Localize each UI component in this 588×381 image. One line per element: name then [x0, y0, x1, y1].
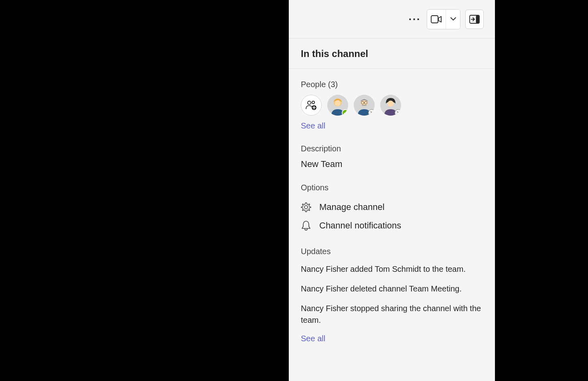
updates-section: Updates Nancy Fisher added Tom Schmidt t… [301, 247, 483, 343]
option-label: Manage channel [319, 202, 385, 212]
avatar[interactable] [354, 95, 375, 116]
chevron-down-icon [450, 17, 456, 21]
manage-channel-option[interactable]: Manage channel [301, 198, 483, 216]
people-section: People (3) [301, 80, 483, 130]
description-label: Description [301, 144, 483, 153]
video-icon [431, 15, 442, 23]
see-all-updates-link[interactable]: See all [301, 334, 483, 343]
channel-info-panel: ··· In this channel [289, 0, 495, 381]
svg-point-4 [312, 101, 314, 104]
more-options-button[interactable]: ··· [408, 12, 422, 26]
open-pane-button[interactable] [465, 10, 484, 29]
presence-offline-icon [395, 109, 401, 116]
update-item: Nancy Fisher deleted channel Team Meetin… [301, 283, 483, 295]
avatar[interactable] [380, 95, 401, 116]
people-label: People (3) [301, 80, 483, 89]
panel-header: In this channel [289, 39, 495, 69]
svg-rect-2 [476, 16, 479, 23]
update-item: Nancy Fisher added Tom Schmidt to the te… [301, 263, 483, 275]
svg-point-15 [388, 101, 394, 107]
avatar[interactable] [327, 95, 348, 116]
bell-icon [301, 220, 311, 231]
presence-available-icon [342, 109, 348, 116]
svg-point-16 [304, 206, 308, 209]
channel-notifications-option[interactable]: Channel notifications [301, 216, 483, 235]
see-all-people-link[interactable]: See all [301, 121, 483, 130]
options-label: Options [301, 183, 483, 192]
open-pane-icon [469, 15, 480, 24]
meet-video-button[interactable] [427, 10, 446, 29]
add-people-button[interactable] [301, 95, 322, 116]
svg-rect-13 [362, 105, 367, 106]
avatar-row [301, 95, 483, 116]
meet-dropdown-button[interactable] [446, 10, 460, 29]
updates-list: Nancy Fisher added Tom Schmidt to the te… [301, 263, 483, 326]
presence-offline-icon [368, 109, 375, 116]
toolbar: ··· [289, 0, 495, 39]
gear-icon [301, 202, 311, 212]
add-people-icon [306, 100, 317, 110]
meet-button-group [427, 9, 460, 29]
svg-point-8 [335, 100, 341, 106]
updates-label: Updates [301, 247, 483, 256]
description-value: New Team [301, 159, 483, 169]
update-item: Nancy Fisher stopped sharing the channel… [301, 303, 483, 326]
svg-point-3 [308, 101, 311, 104]
svg-rect-0 [431, 16, 438, 23]
options-section: Options Manage channel Channel [301, 183, 483, 235]
option-label: Channel notifications [319, 220, 401, 231]
panel-title: In this channel [301, 48, 483, 59]
panel-content: People (3) [289, 69, 495, 351]
description-section: Description New Team [301, 144, 483, 169]
